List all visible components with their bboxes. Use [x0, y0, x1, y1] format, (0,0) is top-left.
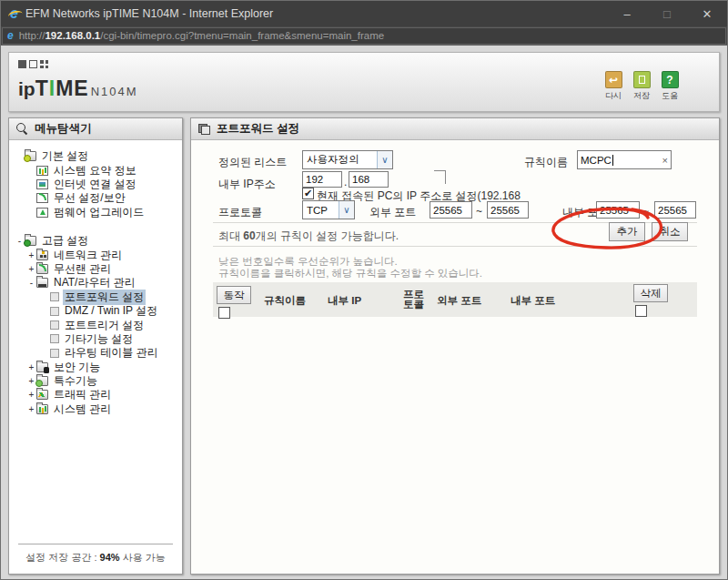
rule-name-input[interactable]: MCPC × — [577, 150, 672, 169]
external-port-from-input[interactable]: 25565 — [430, 201, 472, 219]
firmware-icon — [36, 208, 48, 218]
chevron-down-icon: ∨ — [339, 201, 354, 219]
tree-expand-icon[interactable]: - — [26, 278, 36, 288]
sidebar-item-시스템-관리[interactable]: +시스템 관리 — [9, 402, 182, 416]
defined-list-select[interactable]: 사용자정의 ∨ — [302, 150, 393, 169]
router-icon — [36, 278, 48, 288]
port-range-tilde: ~ — [476, 205, 482, 218]
grid-dots-icon[interactable] — [40, 60, 48, 68]
window-title: EFM Networks ipTIME N104M - Internet Exp… — [25, 7, 273, 20]
sidebar-item-특수기능[interactable]: +특수기능 — [9, 374, 182, 388]
leaf-icon — [50, 349, 59, 358]
sidebar-item-인터넷-연결-설정[interactable]: 인터넷 연결 설정 — [9, 178, 182, 191]
menu-sidebar: 메뉴탐색기 기본 설정시스템 요약 정보인터넷 연결 설정무선 설정/보안펌웨어… — [8, 117, 183, 575]
ip-dot: . — [344, 176, 347, 188]
tree-expand-icon[interactable]: + — [26, 390, 36, 400]
traffic-icon — [36, 390, 48, 400]
text-cursor — [612, 155, 613, 166]
url-text: http://192.168.0.1/cgi-bin/timepro.cgi?t… — [19, 30, 384, 41]
search-icon — [16, 123, 28, 135]
rule-name-label: 규칙이름 — [524, 155, 568, 170]
network-icon — [36, 250, 48, 260]
chart-icon — [36, 166, 48, 176]
column-internal-ip: 내부 IP — [328, 294, 361, 308]
use-current-pc-checkbox[interactable]: ✔ — [302, 188, 314, 199]
maximize-button[interactable]: □ — [647, 1, 687, 26]
sidebar-item-포트포워드-설정[interactable]: 포트포워드 설정 — [9, 290, 182, 304]
column-rule-name: 규칙이름 — [264, 294, 306, 308]
sidebar-item-dmz-twin-ip-설정[interactable]: DMZ / Twin IP 설정 — [9, 304, 182, 318]
sidebar-item-포트트리거-설정[interactable]: 포트트리거 설정 — [9, 318, 182, 331]
도움-button[interactable]: ?도움 — [659, 71, 681, 102]
ip-octet2-input[interactable]: 168 — [349, 171, 389, 188]
delete-column-button[interactable]: 삭제 — [633, 284, 668, 302]
window-mode-icons — [18, 60, 48, 68]
protocol-select[interactable]: TCP ∨ — [302, 200, 355, 219]
router-header-band: ipTIMEN104M ↩다시저장?도움 — [8, 52, 720, 112]
title-bar: e EFM Networks ipTIME N104M - Internet E… — [1, 1, 727, 26]
clear-input-icon[interactable]: × — [659, 155, 668, 166]
lock-icon — [36, 362, 48, 372]
port-range-tilde: ~ — [642, 205, 649, 218]
cancel-button[interactable]: 취소 — [652, 222, 688, 241]
다시-button[interactable]: ↩다시 — [602, 71, 624, 102]
undo-icon: ↩ — [605, 71, 622, 88]
external-port-to-input[interactable]: 25565 — [487, 201, 529, 219]
ip-field-fragment — [434, 170, 446, 184]
max-rules-text: 최대 60개의 규칙이 설정 가능합니다. — [218, 229, 399, 244]
sidebar-header: 메뉴탐색기 — [9, 118, 182, 140]
page-favicon: e — [7, 29, 14, 42]
toolbar-button-label: 저장 — [631, 90, 652, 102]
sidebar-item-시스템-요약-정보[interactable]: 시스템 요약 정보 — [9, 163, 182, 177]
address-bar: e http://192.168.0.1/cgi-bin/timepro.cgi… — [1, 26, 727, 46]
tree-expand-icon[interactable]: + — [26, 264, 36, 274]
folder-basic-icon — [25, 151, 36, 161]
sidebar-item-기본-설정[interactable]: 기본 설정 — [9, 149, 182, 163]
toolbar-button-label: 도움 — [659, 90, 681, 102]
url-input[interactable]: e http://192.168.0.1/cgi-bin/timepro.cgi… — [2, 27, 726, 45]
minimize-button[interactable]: – — [607, 1, 647, 26]
sidebar-item-무선랜-관리[interactable]: +무선랜 관리 — [9, 262, 182, 276]
save-icon — [633, 71, 651, 88]
sidebar-item-무선-설정-보안[interactable]: 무선 설정/보안 — [9, 191, 182, 205]
internal-port-from-input[interactable]: 25565 — [596, 201, 640, 219]
저장-button[interactable]: 저장 — [631, 71, 652, 102]
select-all-checkbox[interactable] — [218, 307, 230, 319]
monitor-icon — [36, 179, 48, 189]
sidebar-item-label: 시스템 관리 — [52, 402, 113, 417]
sidebar-item-label: 펌웨어 업그레이드 — [52, 205, 146, 220]
tree-expand-icon[interactable]: + — [26, 250, 36, 260]
sidebar-item-펌웨어-업그레이드[interactable]: 펌웨어 업그레이드 — [9, 206, 182, 219]
action-column-button[interactable]: 동작 — [217, 286, 251, 304]
external-port-label: 외부 포트 — [369, 205, 416, 220]
filled-square-icon[interactable] — [18, 60, 26, 68]
sidebar-item-nat-라우터-관리[interactable]: -NAT/라우터 관리 — [9, 276, 182, 290]
ip-octet1-input[interactable]: 192 — [302, 171, 342, 188]
sidebar-item-보안-기능[interactable]: +보안 기능 — [9, 360, 182, 373]
sidebar-item-기타기능-설정[interactable]: 기타기능 설정 — [9, 332, 182, 346]
leaf-icon — [50, 334, 59, 343]
wireless-icon — [36, 193, 48, 203]
column-internal-port: 내부 포트 — [511, 294, 555, 308]
sidebar-item-라우팅-테이블-관리[interactable]: 라우팅 테이블 관리 — [9, 346, 182, 360]
special-icon — [36, 376, 48, 386]
tree-expand-icon[interactable]: + — [26, 404, 36, 414]
internal-ip-label: 내부 IP주소 — [218, 177, 276, 192]
toolbar-button-label: 다시 — [602, 90, 624, 102]
menu-tree: 기본 설정시스템 요약 정보인터넷 연결 설정무선 설정/보안펌웨어 업그레이드… — [9, 140, 182, 416]
internal-port-to-input[interactable]: 25565 — [654, 201, 696, 219]
delete-all-checkbox[interactable] — [635, 305, 647, 317]
column-protocol: 프로 토콜 — [403, 290, 424, 310]
sidebar-item-트래픽-관리[interactable]: +트래픽 관리 — [9, 388, 182, 402]
outline-square-icon[interactable] — [29, 60, 37, 68]
defined-list-label: 정의된 리스트 — [218, 155, 287, 170]
sidebar-item-네트워크-관리[interactable]: +네트워크 관리 — [9, 248, 182, 261]
chevron-down-icon: ∨ — [377, 151, 392, 168]
sidebar-item-고급-설정[interactable]: -고급 설정 — [9, 234, 182, 248]
close-button[interactable]: ✕ — [687, 1, 727, 26]
quick-toolbar: ↩다시저장?도움 — [602, 71, 681, 102]
help-icon: ? — [662, 71, 679, 88]
protocol-label: 프로토콜 — [218, 205, 262, 220]
tree-expand-icon[interactable]: + — [26, 362, 36, 372]
add-button[interactable]: 추가 — [609, 222, 645, 241]
